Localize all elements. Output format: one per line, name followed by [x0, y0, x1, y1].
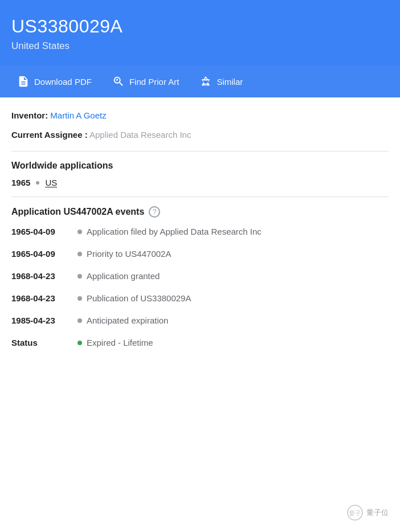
status-dot — [77, 341, 82, 345]
event-bullet — [77, 252, 82, 256]
event-row: 1965-04-09 Priority to US447002A — [11, 249, 389, 259]
divider-1 — [11, 151, 389, 152]
events-title-row: Application US447002A events ? — [11, 206, 389, 218]
event-date: 1965-04-09 — [11, 249, 68, 259]
event-row: 1968-04-23 Publication of US3380029A — [11, 293, 389, 303]
status-row: Status Expired - Lifetime — [11, 338, 389, 347]
download-pdf-label: Download PDF — [34, 77, 92, 87]
divider-2 — [11, 197, 389, 197]
download-pdf-button[interactable]: Download PDF — [9, 71, 100, 92]
similar-icon — [199, 75, 212, 88]
toolbar: Download PDF Find Prior Art Similar — [0, 66, 400, 97]
inventor-link[interactable]: Martin A Goetz — [50, 111, 106, 120]
similar-label: Similar — [217, 77, 243, 87]
find-prior-art-label: Find Prior Art — [129, 77, 179, 87]
download-pdf-icon — [17, 75, 30, 88]
event-date: 1968-04-23 — [11, 271, 68, 281]
help-icon[interactable]: ? — [149, 206, 160, 218]
patent-country: United States — [11, 40, 389, 52]
event-text: Application filed by Applied Data Resear… — [87, 227, 262, 236]
event-description: Application filed by Applied Data Resear… — [77, 227, 262, 236]
event-text: Priority to US447002A — [87, 249, 171, 259]
status-label: Status — [11, 338, 68, 347]
patent-header: US3380029A United States — [0, 0, 400, 66]
event-row: 1965-04-09 Application filed by Applied … — [11, 227, 389, 236]
event-text: Anticipated expiration — [87, 316, 168, 325]
event-description: Anticipated expiration — [77, 316, 168, 325]
event-date: 1985-04-23 — [11, 316, 68, 325]
patent-id: US3380029A — [11, 16, 389, 37]
events-list: 1965-04-09 Application filed by Applied … — [11, 227, 389, 325]
inventor-row: Inventor: Martin A Goetz — [11, 109, 389, 122]
event-description: Publication of US3380029A — [77, 293, 191, 303]
event-row: 1968-04-23 Application granted — [11, 271, 389, 281]
inventor-label: Inventor: — [11, 111, 48, 120]
year-row: 1965 US — [11, 178, 389, 187]
assignee-value: Applied Data Research Inc — [89, 130, 191, 140]
event-bullet — [77, 296, 82, 301]
dot-separator — [36, 181, 39, 185]
status-value: Expired - Lifetime — [77, 338, 153, 347]
event-text: Publication of US3380029A — [87, 293, 191, 303]
assignee-label: Current Assignee : — [11, 130, 88, 140]
main-content: Inventor: Martin A Goetz Current Assigne… — [0, 97, 400, 347]
worldwide-section-title: Worldwide applications — [11, 161, 389, 171]
event-text: Application granted — [87, 271, 160, 281]
help-char: ? — [153, 208, 157, 216]
event-row: 1985-04-23 Anticipated expiration — [11, 316, 389, 325]
event-description: Priority to US447002A — [77, 249, 171, 259]
event-bullet — [77, 230, 82, 234]
event-date: 1965-04-09 — [11, 227, 68, 236]
similar-button[interactable]: Similar — [191, 71, 251, 92]
find-prior-art-icon — [112, 75, 125, 88]
event-bullet — [77, 274, 82, 279]
find-prior-art-button[interactable]: Find Prior Art — [104, 71, 187, 92]
country-link[interactable]: US — [45, 178, 57, 187]
events-section-title: Application US447002A events — [11, 207, 144, 217]
assignee-row: Current Assignee : Applied Data Research… — [11, 128, 389, 142]
event-bullet — [77, 318, 82, 323]
event-date: 1968-04-23 — [11, 293, 68, 303]
status-text: Expired - Lifetime — [87, 338, 153, 347]
event-description: Application granted — [77, 271, 160, 281]
year-label: 1965 — [11, 178, 30, 187]
